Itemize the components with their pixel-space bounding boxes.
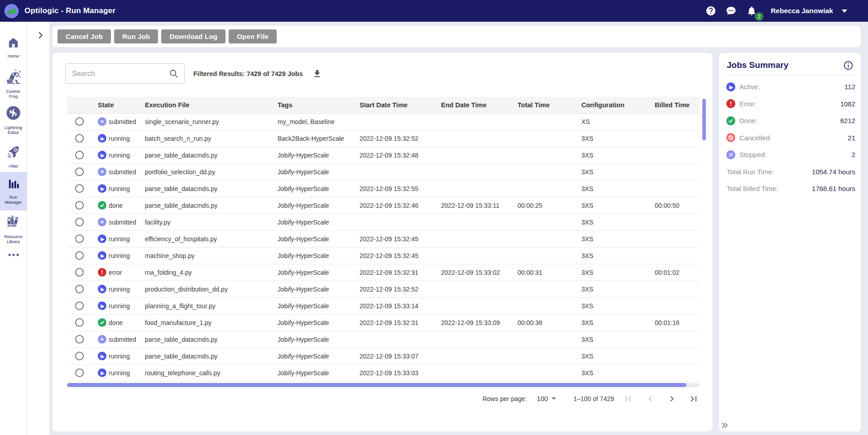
- end-date-cell: [441, 364, 518, 381]
- row-select-radio[interactable]: [75, 117, 84, 126]
- info-button[interactable]: [842, 59, 854, 72]
- table-row: submittedparse_table_datacmds.pyJobify-H…: [67, 331, 700, 348]
- execution-file-cell: parse_table_datacmds.py: [145, 180, 278, 197]
- horizontal-scrollbar-thumb[interactable]: [67, 383, 686, 387]
- start-date-cell: 2022-12-09 15:32:55: [360, 180, 441, 197]
- next-page-button[interactable]: [661, 389, 683, 409]
- vertical-scrollbar-thumb[interactable]: [702, 99, 706, 140]
- billed-time-cell: 00:01:16: [655, 314, 700, 331]
- column-tags: Tags: [278, 97, 360, 113]
- row-select-radio[interactable]: [75, 368, 84, 377]
- state-label: running: [109, 135, 130, 142]
- expand-summary-button[interactable]: [719, 419, 731, 431]
- row-select-radio[interactable]: [75, 151, 84, 159]
- start-date-cell: [360, 163, 441, 180]
- row-select-radio[interactable]: [75, 218, 84, 226]
- sidebar-item-atlas[interactable]: Atlas: [0, 139, 27, 173]
- sidebar-item-label: Home: [8, 53, 19, 58]
- configuration-cell: 3XS: [581, 197, 655, 214]
- chat-button[interactable]: [721, 2, 741, 20]
- sidebar-item-home[interactable]: Home: [0, 33, 27, 63]
- end-date-cell: [441, 247, 518, 264]
- total-time-cell: [518, 214, 581, 230]
- row-select-radio[interactable]: [75, 251, 84, 260]
- lightning-icon: [6, 105, 21, 122]
- frog-icon: [6, 69, 21, 86]
- download-results-button[interactable]: [309, 66, 326, 82]
- download-log-button[interactable]: Download Log: [161, 29, 225, 43]
- pagination: Rows per page: 100 1–100 of 7429: [65, 387, 705, 411]
- last-page-icon: [688, 393, 699, 404]
- state-label: error: [109, 269, 122, 276]
- tags-cell: Jobify-HyperScale: [278, 214, 360, 230]
- row-select-radio[interactable]: [75, 318, 84, 327]
- row-select-radio[interactable]: [75, 268, 84, 277]
- sidebar-more-button[interactable]: [0, 249, 27, 261]
- state-submitted-icon: [98, 335, 106, 344]
- state-running-icon: [98, 285, 106, 293]
- end-date-cell: [441, 348, 518, 364]
- expand-panel-button[interactable]: [35, 30, 45, 42]
- summary-stat-done: Done: 6212: [726, 112, 855, 129]
- table-row: runningparse_table_datacmds.pyJobify-Hyp…: [67, 147, 700, 163]
- configuration-cell: 3XS: [581, 180, 655, 197]
- cancel-job-button[interactable]: Cancel Job: [58, 29, 111, 43]
- summary-stat-cancelled: Cancelled: 21: [726, 129, 855, 147]
- execution-file-cell: single_scenario_runner.py: [145, 113, 278, 130]
- table-row: submittedportfolio_selection_dd.pyJobify…: [67, 163, 700, 180]
- row-select-radio[interactable]: [75, 301, 84, 310]
- open-file-button[interactable]: Open File: [229, 29, 277, 43]
- summary-stat-active: Active: 112: [726, 78, 855, 96]
- search-box[interactable]: [65, 63, 185, 84]
- configuration-cell: 3XS: [581, 364, 655, 381]
- row-select-radio[interactable]: [75, 134, 84, 143]
- rows-per-page-select[interactable]: 100: [537, 395, 556, 402]
- start-date-cell: 2022-12-09 15:32:46: [360, 197, 441, 214]
- help-button[interactable]: [700, 2, 721, 20]
- row-select-radio[interactable]: [75, 335, 84, 344]
- state-running-icon: [98, 368, 106, 377]
- row-select-radio[interactable]: [75, 167, 84, 176]
- notifications-button[interactable]: 2: [741, 2, 762, 20]
- summary-error-icon: [726, 99, 735, 108]
- row-select-radio[interactable]: [75, 184, 84, 193]
- sidebar-item-lightning-editor[interactable]: LightningEditor: [0, 101, 27, 139]
- sidebar-item-run-manager[interactable]: RunManager: [0, 172, 27, 210]
- state-error-icon: [98, 268, 106, 277]
- sidebar-item-cosmic-frog[interactable]: CosmicFrog: [0, 65, 27, 103]
- table-row: runningparse_table_datacmds.pyJobify-Hyp…: [67, 180, 700, 197]
- execution-file-cell: routing_telephone_calls.py: [145, 364, 278, 381]
- billed-time-cell: [655, 247, 700, 264]
- tags-cell: Jobify-HyperScale: [278, 180, 360, 197]
- summary-stat-stopped: Stopped: 2: [726, 146, 855, 163]
- row-select-radio[interactable]: [75, 234, 84, 243]
- configuration-cell: 3XS: [581, 281, 655, 297]
- vertical-scrollbar[interactable]: [702, 97, 706, 381]
- user-name[interactable]: Rebecca Janowiak: [771, 7, 833, 15]
- execution-file-cell: facility.py: [145, 214, 278, 230]
- tags-cell: Jobify-HyperScale: [278, 197, 360, 214]
- state-label: running: [109, 286, 130, 293]
- row-select-radio[interactable]: [75, 201, 84, 210]
- execution-file-cell: parse_table_datacmds.py: [145, 348, 278, 364]
- row-select-radio[interactable]: [75, 285, 84, 293]
- configuration-cell: 3XS: [581, 247, 655, 264]
- jobs-table: StateExecution FileTagsStart Date TimeEn…: [67, 97, 700, 382]
- configuration-cell: 3XS: [581, 230, 655, 247]
- rows-per-page-caret-icon: [551, 397, 556, 400]
- search-input[interactable]: [72, 70, 168, 78]
- execution-file-cell: food_manufacture_1.py: [145, 314, 278, 331]
- filtered-results: Filtered Results: 7429 of 7429 Jobs: [193, 70, 303, 77]
- last-page-button[interactable]: [683, 389, 705, 409]
- start-date-cell: 2022-12-09 15:33:14: [360, 297, 441, 314]
- horizontal-scrollbar[interactable]: [67, 383, 700, 387]
- caret-down-icon[interactable]: [842, 10, 847, 13]
- sidebar-item-resource-library[interactable]: ResourceLibrary: [0, 210, 27, 249]
- run-job-button[interactable]: Run Job: [114, 29, 158, 43]
- chevron-right-icon: [35, 30, 45, 40]
- table-row: runningproduction_distribution_dd.pyJobi…: [67, 281, 700, 297]
- start-date-cell: 2022-12-09 15:32:45: [360, 230, 441, 247]
- row-select-radio[interactable]: [75, 352, 84, 360]
- sidebar-item-label: Atlas: [9, 163, 18, 168]
- configuration-cell: 3XS: [581, 130, 655, 147]
